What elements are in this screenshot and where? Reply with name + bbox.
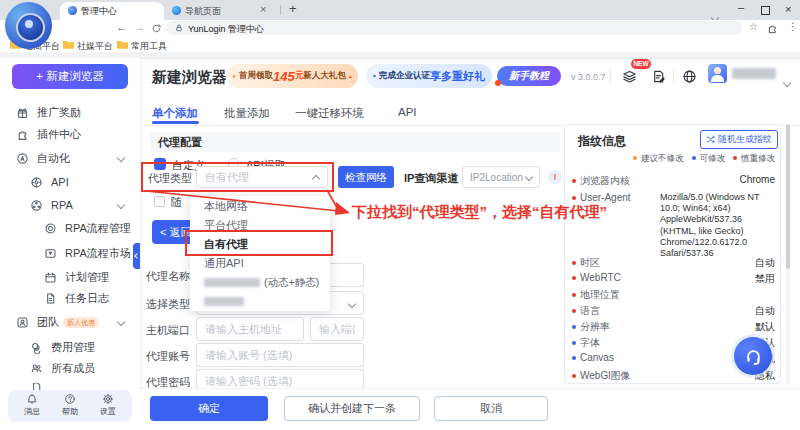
gift-icon [232,70,236,82]
refresh-icon[interactable] [151,23,162,34]
dropdown-option-redacted-2[interactable] [190,292,330,311]
dropdown-option-platform[interactable]: 平台代理 [190,216,330,235]
forward-icon[interactable]: → [134,21,145,33]
question-icon [64,393,76,405]
chevron-left-icon [134,253,140,259]
ip-channel-select[interactable]: IP2Location [462,166,540,188]
tab-batch-add[interactable]: 批量添加 [224,106,270,121]
scrollbar-thumb[interactable] [786,124,790,269]
dropdown-option-redacted-1[interactable]: (动态+静态) [190,273,330,292]
url-text: YunLogin 管理中心 [188,23,264,36]
dropdown-option-local[interactable]: 本地网络 [190,197,330,216]
random-checkbox[interactable] [154,196,165,207]
header-divider [673,68,674,84]
section-title: 代理配置 [158,136,202,148]
radio-custom[interactable] [154,158,166,170]
window-minimize-button[interactable]: – [738,1,744,13]
gear-icon [102,393,114,405]
confirm-next-button[interactable]: 确认并创建下一条 [284,396,420,421]
settings-nav[interactable]: 设置 [96,393,120,417]
new-badge: NEW [631,59,651,69]
dropdown-option-own[interactable]: 自有代理 [190,235,330,254]
back-icon[interactable]: ← [116,21,127,33]
globe-icon[interactable] [682,69,697,84]
tutorial-button[interactable]: 新手教程 [497,66,561,86]
sidebar-item-label: 自动化 [37,151,70,166]
members-icon [30,362,43,375]
sidebar-item-plan-manage[interactable]: 计划管理 [44,269,109,285]
tab-api[interactable]: API [398,106,417,118]
warning-icon[interactable]: ! [548,170,562,184]
window-close-button[interactable]: × [785,3,791,15]
cert-banner[interactable]: 完成企业认证 享多重好礼 [366,64,492,88]
new-browser-button[interactable]: + 新建浏览器 [12,64,128,89]
sidebar-item-label: 计划管理 [65,270,109,285]
dropdown-option-api[interactable]: 通用API [190,254,330,273]
layers-icon[interactable] [622,69,637,84]
check-network-button[interactable]: 检查网络 [338,166,394,188]
sidebar-item-members[interactable]: 所有成员 [30,360,95,376]
extensions-puzzle-icon[interactable] [767,23,778,34]
user-menu-chevron-icon[interactable] [784,72,790,90]
proxy-type-select[interactable]: 自有代理 [196,166,328,188]
flow-market-icon [44,247,57,260]
tab2-close-icon[interactable]: × [260,3,266,15]
cert-banner-bold: 享多重好礼 [430,69,485,84]
app-window: 管理中心 导航页面 × + – × ← → YunLogin 管理中心 ☆ ⋮ … [0,0,800,430]
sidebar-item-billing[interactable]: 费用管理 [30,339,95,355]
annotation-text: 下拉找到“代理类型”，选择“自有代理” [352,203,607,222]
fp-row-webrtc: WebRTC禁用 [572,272,775,286]
tutorial-deco-dot [495,80,501,86]
sidebar-item-label: 费用管理 [51,340,95,355]
redacted-text [204,297,244,306]
proxy-account-input[interactable] [196,343,364,367]
gift-banner[interactable]: 首周领取 145 元 新人大礼包 [226,64,358,88]
team-icon [16,316,29,329]
sidebar-item-rpa-flow-manage[interactable]: RPA流程管理 [44,220,131,236]
document-icon[interactable] [651,69,666,84]
section-bar: 代理配置 [150,132,560,152]
sidebar-item-team[interactable]: 团队 新人优惠 [16,314,124,330]
messages-nav[interactable]: 消息 [20,393,44,417]
host-port-label: 主机端口 [146,323,190,338]
sidebar-item-rpa[interactable]: RPA [30,197,124,213]
gift-banner-amount: 145 [273,69,295,84]
host-input[interactable] [196,317,304,341]
browser-menu-kebab-icon[interactable]: ⋮ [788,21,798,32]
ip-channel-label: IP查询渠道 [404,171,458,186]
sidebar-item-task-log[interactable]: 任务日志 [44,290,109,306]
fp-row-geolocation: 地理位置 [572,288,775,302]
sidebar-item-rpa-flow-market[interactable]: RPA流程市场 [44,245,131,261]
chevron-down-icon [117,154,125,162]
sidebar-item-label: 插件中心 [37,127,81,142]
help-label: 帮助 [58,406,82,417]
sidebar-item-label: 团队 [37,315,59,330]
sidebar-item-api[interactable]: API [30,174,69,190]
tab-single-add[interactable]: 单个添加 [152,106,198,121]
window-maximize-button[interactable] [761,6,770,15]
avatar[interactable] [708,64,727,83]
chevron-down-icon [117,318,125,326]
tab-separator [280,5,281,15]
support-chat-button[interactable] [731,334,775,378]
active-tab-underline [152,121,199,124]
sidebar-item-plugins[interactable]: 插件中心 [16,126,81,142]
bell-icon [26,393,38,405]
api-icon [30,176,43,189]
help-nav[interactable]: 帮助 [58,393,82,417]
rpa-icon [30,199,43,212]
sidebar-item-automation[interactable]: 自动化 [16,150,124,166]
port-input[interactable] [310,317,364,341]
gift-box-icon [348,70,352,83]
cert-banner-prefix: 完成企业认证 [379,70,430,82]
tab-migrate-env[interactable]: 一键迁移环境 [295,106,364,121]
confirm-button[interactable]: 确定 [150,396,268,421]
cancel-button[interactable]: 取消 [434,396,548,421]
tab2-title[interactable]: 导航页面 [185,5,221,18]
bookmark-star-icon[interactable]: ☆ [749,21,758,32]
new-tab-button[interactable]: + [289,1,297,16]
sidebar-item-promotion[interactable]: 推广奖励 [16,104,81,120]
sidebar-collapse-handle[interactable] [133,243,140,269]
gift-banner-prefix: 首周领取 [239,70,273,82]
username-redacted [732,68,776,79]
